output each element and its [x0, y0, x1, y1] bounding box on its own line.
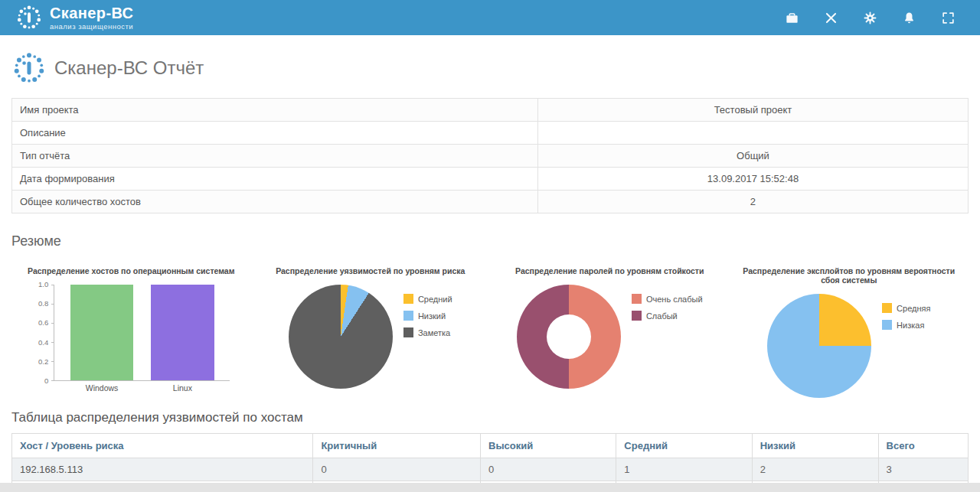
legend-label: Низкий	[418, 311, 446, 321]
brand-text: Сканер-ВС анализ защищенности	[50, 5, 133, 31]
legend-item: Очень слабый	[632, 294, 703, 304]
hosts-table-column-header: Высокий	[481, 434, 616, 458]
legend-label: Средний	[418, 295, 452, 304]
hosts-table-value-cell: 1	[878, 481, 968, 484]
hosts-table-value-cell: 1	[616, 458, 752, 481]
y-axis-tick-mark	[51, 323, 54, 324]
hosts-table-value-cell: 0	[313, 458, 481, 481]
bar-linux	[151, 285, 214, 380]
tools-icon[interactable]	[824, 11, 838, 25]
report-info-row: Описание	[12, 122, 969, 145]
hosts-table-value-cell: 0	[313, 481, 481, 484]
chart-title: Распределение паролей по уровням стойкос…	[495, 266, 725, 275]
legend-label: Слабый	[646, 311, 678, 321]
host-address-cell: 192.168.5.122	[12, 481, 313, 484]
y-axis-tick-mark	[51, 304, 54, 305]
hosts-table-column-header: Средний	[616, 434, 752, 458]
report-info-row: Тип отчётаОбщий	[12, 145, 969, 168]
legend-item: Слабый	[632, 311, 703, 321]
host-address-cell: 192.168.5.113	[12, 458, 313, 481]
y-axis: 1.00.80.60.40.20	[32, 285, 54, 381]
app-window: Сканер-ВС анализ защищенности	[0, 0, 980, 483]
summary-heading: Резюме	[11, 233, 969, 249]
legend-swatch	[632, 311, 642, 321]
hosts-vulnerability-table: Хост / Уровень рискаКритичныйВысокийСред…	[11, 433, 969, 483]
info-row-label: Тип отчёта	[12, 145, 538, 168]
scanner-vs-logo-icon	[15, 4, 43, 31]
bar-chart: 1.00.80.60.40.20WindowsLinux	[32, 285, 230, 381]
bar-plot-area: WindowsLinux	[54, 285, 230, 381]
y-axis-tick-mark	[51, 285, 54, 285]
info-row-label: Описание	[12, 122, 538, 145]
pie-chart	[767, 294, 871, 398]
info-row-label: Имя проекта	[12, 99, 538, 122]
report-info-row: Дата формирования13.09.2017 15:52:48	[12, 168, 969, 191]
legend-item: Низкий	[403, 311, 452, 321]
report-info-table: Имя проектаТестовый проектОписаниеТип от…	[11, 98, 969, 213]
hosts-table-column-header: Хост / Уровень риска	[12, 434, 313, 458]
hosts-table-column-header: Критичный	[313, 434, 481, 458]
info-row-value: 13.09.2017 15:52:48	[537, 168, 968, 191]
legend-item: Средняя	[882, 303, 930, 313]
bell-icon[interactable]	[902, 11, 916, 25]
brand-subtitle: анализ защищенности	[50, 22, 133, 31]
legend-swatch	[882, 320, 892, 330]
legend-swatch	[882, 303, 892, 313]
hosts-table-value-cell: 0	[481, 458, 616, 481]
info-row-value	[537, 122, 968, 145]
hosts-table-value-cell: 3	[878, 458, 968, 481]
hosts-table-row: 192.168.5.12200011	[12, 481, 969, 484]
donut-chart	[517, 285, 621, 389]
pie-chart	[289, 285, 393, 389]
legend-label: Низкая	[897, 321, 924, 330]
y-axis-tick-mark	[51, 361, 54, 362]
hosts-table-heading: Таблица распределения уязвимостей по хос…	[11, 410, 969, 425]
brand-title: Сканер-ВС	[50, 5, 133, 21]
x-axis-label: Linux	[151, 383, 214, 393]
scanner-vs-report-logo-icon	[11, 51, 47, 86]
legend-swatch	[403, 311, 413, 321]
bar-windows	[70, 285, 133, 380]
legend-label: Очень слабый	[646, 295, 703, 304]
charts-row: Распределение хостов по операционным сис…	[11, 266, 969, 398]
chart-vulnerability-risk-pie: Распределение уязвимостей по уровням рис…	[251, 266, 491, 398]
chart-exploit-probability-pie: Распределение эксплойтов по уровням веро…	[730, 266, 969, 398]
y-axis-tick-label: 1.0	[38, 281, 48, 288]
chart-title: Распределение хостов по операционным сис…	[16, 266, 247, 275]
legend-swatch	[403, 294, 413, 304]
chart-title: Распределение уязвимостей по уровням рис…	[256, 266, 486, 275]
gear-icon[interactable]	[863, 11, 877, 25]
legend-swatch	[403, 327, 413, 337]
hosts-table-value-cell: 2	[752, 458, 878, 481]
fullscreen-icon[interactable]	[941, 11, 956, 25]
report-info-table-body: Имя проектаТестовый проектОписаниеТип от…	[12, 99, 969, 213]
hosts-table-header-row: Хост / Уровень рискаКритичныйВысокийСред…	[12, 434, 969, 458]
hosts-table-column-header: Низкий	[752, 434, 878, 458]
donut-hole	[547, 314, 591, 359]
chart-legend: Очень слабыйСлабый	[632, 294, 703, 321]
hosts-table-column-header: Всего	[878, 434, 968, 458]
legend-item: Средний	[403, 294, 452, 304]
hosts-table-row: 192.168.5.11300123	[12, 458, 969, 481]
chart-os-distribution: Распределение хостов по операционным сис…	[11, 266, 251, 398]
briefcase-icon[interactable]	[785, 11, 799, 25]
legend-item: Низкая	[882, 320, 930, 330]
top-navbar: Сканер-ВС анализ защищенности	[0, 0, 980, 35]
y-axis-tick-mark	[51, 342, 54, 343]
y-axis-tick-label: 0	[44, 377, 48, 385]
legend-swatch	[632, 294, 642, 304]
topbar-actions	[785, 11, 965, 25]
x-axis-label: Windows	[70, 383, 133, 393]
report-header: Сканер-ВС Отчёт	[11, 51, 969, 86]
info-row-label: Общее количество хостов	[12, 191, 538, 213]
chart-legend: СреднийНизкийЗаметка	[403, 294, 452, 337]
chart-title: Распределение эксплойтов по уровням веро…	[734, 266, 965, 285]
report-title: Сканер-ВС Отчёт	[54, 57, 204, 79]
y-axis-tick-mark	[51, 380, 54, 381]
legend-label: Средняя	[897, 304, 930, 313]
hosts-table-value-cell: 0	[616, 481, 752, 484]
brand[interactable]: Сканер-ВС анализ защищенности	[15, 4, 133, 31]
info-row-value: Общий	[537, 145, 968, 168]
hosts-table-body: 192.168.5.11300123192.168.5.12200011	[12, 458, 969, 484]
info-row-value: Тестовый проект	[537, 99, 968, 122]
